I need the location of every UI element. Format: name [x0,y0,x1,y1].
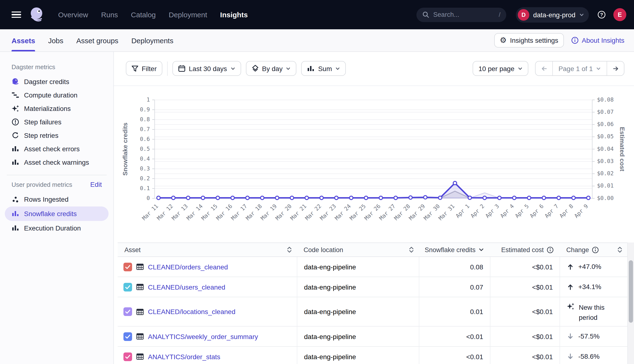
dagster-logo-icon [29,6,46,23]
sidebar-item-step-failures[interactable]: Step failures [0,115,113,129]
chevron-down-icon [518,66,522,71]
asset-cell: CLEANED/users_cleaned [118,277,297,297]
table-asset-icon [136,263,144,270]
tab-asset-groups[interactable]: Asset groups [76,29,118,52]
svg-text:0: 0 [146,195,150,201]
asset-link[interactable]: CLEANED/locations_cleaned [148,308,235,316]
sidebar-item-execution-duration[interactable]: Execution Duration [0,222,113,235]
filter-button[interactable]: Filter [126,61,162,76]
arrow-down-icon [567,333,574,340]
info-icon[interactable] [546,246,554,253]
date-range-dropdown[interactable]: Last 30 days [172,61,241,76]
column-header-estimated-cost[interactable]: Estimated cost [490,243,560,256]
snowflake-credits-cell: 0.08 [419,257,490,276]
column-header-change[interactable]: Change [560,243,627,256]
asset-link[interactable]: CLEANED/orders_cleaned [148,263,228,270]
table-asset-icon [136,308,144,315]
change-cell: New this period [560,297,627,326]
code-location-cell: data-eng-pipeline [297,347,419,364]
nav-link-catalog[interactable]: Catalog [131,10,156,19]
table-row: CLEANED/locations_cleaneddata-eng-pipeli… [118,297,627,326]
asset-checkbox[interactable] [124,307,132,316]
column-header-label: Snowflake credits [424,246,476,253]
sidebar-item-label: Compute duration [24,91,78,99]
asset-checkbox[interactable] [124,282,132,291]
svg-text:Apr 3: Apr 3 [484,203,500,219]
gantt-icon [12,91,19,99]
previous-page-button[interactable] [536,62,552,76]
asset-link[interactable]: ANALYTICS/order_stats [148,353,220,360]
page-indicator-dropdown[interactable]: Page 1 of 1 [552,62,607,76]
column-header-asset[interactable]: Asset [118,243,297,256]
nav-link-overview[interactable]: Overview [58,10,88,19]
help-icon[interactable]: ? [597,10,606,19]
search-placeholder: Search... [433,11,459,18]
table-scrollbar-thumb[interactable] [628,260,633,323]
org-badge: D [518,9,529,20]
sort-icon[interactable] [617,246,622,254]
estimated-cost-cell: <$0.01 [490,297,560,326]
sidebar-item-asset-check-errors[interactable]: Asset check errors [0,142,113,156]
next-page-button[interactable] [607,62,624,76]
column-header-snowflake-credits[interactable]: Snowflake credits [419,243,490,256]
asset-checkbox[interactable] [124,332,132,341]
layers-icon [252,65,259,72]
nav-link-deployment[interactable]: Deployment [169,10,207,19]
sidebar-item-label: Rows Ingested [24,196,68,203]
svg-text:0.1: 0.1 [140,185,150,191]
code-location-cell: data-eng-pipeline [297,297,419,326]
asset-checkbox[interactable] [124,352,132,361]
insights-settings-button[interactable]: ⚙ Insights settings [494,33,564,48]
sidebar-item-dagster-credits[interactable]: Dagster credits [0,75,113,88]
top-navigation-bar: OverviewRunsCatalogDeploymentInsights Se… [0,0,634,29]
aggregation-dropdown[interactable]: Sum [302,61,346,76]
search-input[interactable]: Search... / [416,8,506,22]
asset-link[interactable]: CLEANED/users_cleaned [148,283,225,291]
user-avatar[interactable]: E [613,8,626,21]
svg-text:Mar 13: Mar 13 [170,203,189,222]
sidebar-item-snowflake-credits[interactable]: Snowflake credits [5,206,108,221]
svg-text:Mar 21: Mar 21 [289,203,308,222]
snowflake-credits-cell: <0.01 [419,347,490,364]
arrow-up-icon [567,283,574,290]
svg-text:Mar 14: Mar 14 [186,203,204,222]
svg-text:0.6: 0.6 [140,136,150,142]
sort-descending-icon[interactable] [478,247,484,252]
sidebar-item-rows-ingested[interactable]: Rows Ingested [0,192,113,206]
org-switcher[interactable]: D data-eng-prod [516,7,589,22]
main-content: Filter Last 30 days By day [114,52,634,364]
per-page-dropdown[interactable]: 10 per page [473,61,528,76]
table-row: CLEANED/users_cleaneddata-eng-pipeline0.… [118,277,627,297]
edit-metrics-link[interactable]: Edit [90,180,102,188]
asset-checkbox[interactable] [124,262,132,271]
sidebar-item-compute-duration[interactable]: Compute duration [0,88,113,102]
bar-chart-icon [12,158,19,166]
column-header-code-location[interactable]: Code location [297,243,419,256]
sidebar-item-asset-check-warnings[interactable]: Asset check warnings [0,156,113,169]
change-cell: -57.5% [560,326,627,346]
tab-jobs[interactable]: Jobs [48,29,63,52]
asset-link[interactable]: ANALYTICS/weekly_order_summary [148,332,258,340]
sidebar-divider [7,175,107,175]
code-location-cell: data-eng-pipeline [297,326,419,346]
sort-icon[interactable] [409,246,414,254]
tab-deployments[interactable]: Deployments [131,29,174,52]
change-value: +47.0% [578,262,601,272]
about-insights-link[interactable]: About Insights [571,36,624,44]
granularity-dropdown[interactable]: By day [246,61,296,76]
top-nav-links: OverviewRunsCatalogDeploymentInsights [58,10,248,19]
hamburger-menu-icon[interactable] [12,11,21,18]
change-value: +34.1% [578,282,601,292]
column-header-label: Estimated cost [501,246,544,253]
assets-table: Asset Code location Snowflake creditsEst… [118,242,627,364]
svg-text:Mar 15: Mar 15 [200,203,218,222]
sidebar-item-materializations[interactable]: Materializations [0,102,113,115]
svg-text:1: 1 [146,96,150,103]
search-shortcut-hint: / [499,11,500,18]
sort-icon[interactable] [287,246,292,254]
nav-link-runs[interactable]: Runs [101,10,118,19]
nav-link-insights[interactable]: Insights [220,10,248,19]
info-icon[interactable] [592,246,599,253]
sidebar-item-step-retries[interactable]: Step retries [0,129,113,142]
tab-assets[interactable]: Assets [12,29,35,52]
